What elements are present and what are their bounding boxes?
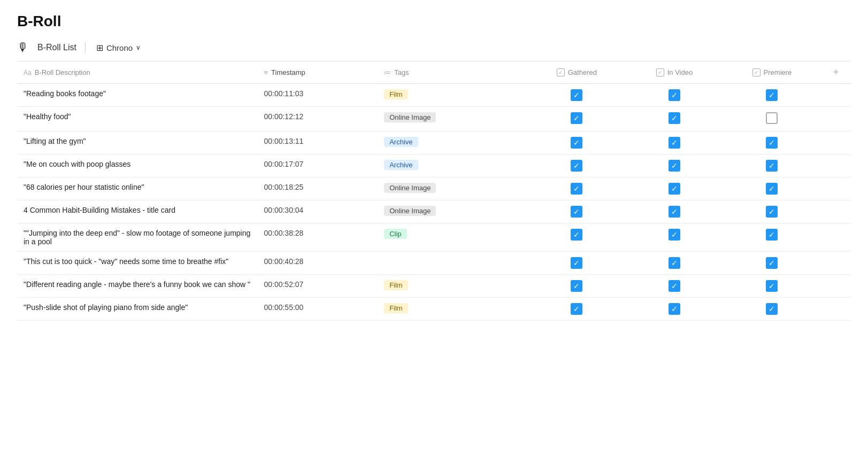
cell-add bbox=[821, 131, 851, 154]
checkbox-in-video[interactable]: ✓ bbox=[669, 206, 680, 218]
cell-premiere[interactable]: ✓ bbox=[723, 223, 821, 252]
cell-in-video[interactable]: ✓ bbox=[626, 84, 724, 107]
cell-in-video[interactable]: ✓ bbox=[626, 200, 724, 223]
checkbox-in-video[interactable]: ✓ bbox=[669, 89, 680, 101]
checkbox-in-video[interactable]: ✓ bbox=[669, 257, 680, 269]
cell-premiere[interactable]: ✓ bbox=[723, 275, 821, 298]
tag-badge[interactable]: Archive bbox=[384, 160, 418, 170]
checkbox-premiere[interactable]: ✓ bbox=[766, 280, 778, 292]
premiere-col-label: Premiere bbox=[764, 68, 792, 76]
tags-col-label: Tags bbox=[394, 68, 409, 76]
cell-in-video[interactable]: ✓ bbox=[626, 252, 724, 275]
cell-in-video[interactable]: ✓ bbox=[626, 298, 724, 321]
cell-gathered[interactable]: ✓ bbox=[528, 107, 626, 131]
checkbox-gathered[interactable]: ✓ bbox=[571, 160, 582, 172]
table-row: "Push-slide shot of playing piano from s… bbox=[17, 298, 851, 321]
tag-badge[interactable]: Film bbox=[384, 89, 408, 99]
cell-gathered[interactable]: ✓ bbox=[528, 154, 626, 177]
col-header-description: Aa B-Roll Description bbox=[17, 61, 257, 84]
checkbox-premiere[interactable]: ✓ bbox=[766, 229, 778, 241]
cell-premiere[interactable]: ✓ bbox=[723, 200, 821, 223]
table-row: "Me on couch with poop glasses00:00:17:0… bbox=[17, 154, 851, 177]
checkbox-gathered[interactable]: ✓ bbox=[571, 257, 582, 269]
tag-badge[interactable]: Online Image bbox=[384, 112, 436, 122]
cell-premiere[interactable]: ✓ bbox=[723, 177, 821, 200]
cell-premiere[interactable]: ✓ bbox=[723, 252, 821, 275]
broll-table: Aa B-Roll Description ≡ Timestamp ≔ bbox=[17, 61, 851, 321]
cell-premiere[interactable]: ✓ bbox=[723, 131, 821, 154]
cell-in-video[interactable]: ✓ bbox=[626, 131, 724, 154]
cell-gathered[interactable]: ✓ bbox=[528, 223, 626, 252]
checkbox-in-video[interactable]: ✓ bbox=[669, 137, 680, 149]
cell-description: "68 calories per hour statistic online" bbox=[17, 177, 257, 200]
checkbox-gathered[interactable]: ✓ bbox=[571, 280, 582, 292]
cell-in-video[interactable]: ✓ bbox=[626, 177, 724, 200]
cell-premiere[interactable]: ✓ bbox=[723, 84, 821, 107]
cell-gathered[interactable]: ✓ bbox=[528, 84, 626, 107]
checkbox-gathered[interactable]: ✓ bbox=[571, 206, 582, 218]
checkbox-in-video[interactable]: ✓ bbox=[669, 229, 680, 241]
cell-description: "Different reading angle - maybe there's… bbox=[17, 275, 257, 298]
tag-badge[interactable]: Clip bbox=[384, 229, 406, 239]
tag-badge[interactable]: Online Image bbox=[384, 183, 436, 193]
tag-badge[interactable]: Film bbox=[384, 303, 408, 313]
cell-timestamp: 00:00:55:00 bbox=[257, 298, 378, 321]
cell-premiere[interactable]: ✓ bbox=[723, 298, 821, 321]
cell-tag: Archive bbox=[378, 131, 528, 154]
table-row: "Reading books footage"00:00:11:03Film✓✓… bbox=[17, 84, 851, 107]
checkbox-gathered[interactable]: ✓ bbox=[571, 137, 582, 149]
tag-badge[interactable]: Online Image bbox=[384, 206, 436, 216]
checkbox-premiere[interactable]: ✓ bbox=[766, 303, 778, 315]
cell-gathered[interactable]: ✓ bbox=[528, 252, 626, 275]
in-video-col-label: In Video bbox=[667, 68, 693, 76]
cell-description: "Push-slide shot of playing piano from s… bbox=[17, 298, 257, 321]
cell-in-video[interactable]: ✓ bbox=[626, 107, 724, 131]
chrono-view-button[interactable]: ⊞ Chrono ∨ bbox=[94, 42, 143, 54]
cell-add bbox=[821, 154, 851, 177]
checkbox-premiere[interactable]: ✓ bbox=[766, 160, 778, 172]
checkbox-gathered[interactable]: ✓ bbox=[571, 183, 582, 195]
tag-badge[interactable]: Archive bbox=[384, 137, 418, 147]
cell-premiere[interactable] bbox=[723, 107, 821, 131]
checkbox-in-video[interactable]: ✓ bbox=[669, 280, 680, 292]
cell-add bbox=[821, 298, 851, 321]
broll-list-label: B-Roll List bbox=[37, 43, 76, 52]
checkbox-premiere[interactable]: ✓ bbox=[766, 183, 778, 195]
checkbox-in-video[interactable]: ✓ bbox=[669, 160, 680, 172]
checkbox-gathered[interactable]: ✓ bbox=[571, 112, 582, 124]
checkbox-in-video[interactable]: ✓ bbox=[669, 303, 680, 315]
cell-timestamp: 00:00:30:04 bbox=[257, 200, 378, 223]
timestamp-col-label: Timestamp bbox=[271, 68, 305, 76]
checkbox-gathered[interactable]: ✓ bbox=[571, 89, 582, 101]
cell-add bbox=[821, 252, 851, 275]
checkbox-in-video[interactable]: ✓ bbox=[669, 183, 680, 195]
checkbox-premiere[interactable]: ✓ bbox=[766, 257, 778, 269]
checkbox-premiere[interactable]: ✓ bbox=[766, 137, 778, 149]
checkbox-premiere[interactable]: ✓ bbox=[766, 89, 778, 101]
cell-timestamp: 00:00:40:28 bbox=[257, 252, 378, 275]
cell-in-video[interactable]: ✓ bbox=[626, 223, 724, 252]
page-container: B-Roll 🎙 B-Roll List ⊞ Chrono ∨ Aa B-Rol… bbox=[0, 0, 868, 334]
cell-description: "Lifting at the gym" bbox=[17, 131, 257, 154]
cell-in-video[interactable]: ✓ bbox=[626, 275, 724, 298]
cell-gathered[interactable]: ✓ bbox=[528, 200, 626, 223]
cell-gathered[interactable]: ✓ bbox=[528, 275, 626, 298]
checkbox-gathered[interactable]: ✓ bbox=[571, 229, 582, 241]
cell-gathered[interactable]: ✓ bbox=[528, 298, 626, 321]
checkbox-premiere[interactable] bbox=[766, 112, 778, 124]
cell-description: "Reading books footage" bbox=[17, 84, 257, 107]
col-header-add: + bbox=[821, 61, 851, 84]
checkbox-premiere[interactable]: ✓ bbox=[766, 206, 778, 218]
toolbar-divider bbox=[85, 42, 86, 53]
cell-gathered[interactable]: ✓ bbox=[528, 177, 626, 200]
checkbox-in-video[interactable]: ✓ bbox=[669, 112, 680, 124]
add-column-button[interactable]: + bbox=[833, 67, 839, 78]
cell-description: "Healthy food" bbox=[17, 107, 257, 131]
tag-badge[interactable]: Film bbox=[384, 280, 408, 290]
cell-in-video[interactable]: ✓ bbox=[626, 154, 724, 177]
description-col-label: B-Roll Description bbox=[35, 68, 90, 76]
table-header-row: Aa B-Roll Description ≡ Timestamp ≔ bbox=[17, 61, 851, 84]
checkbox-gathered[interactable]: ✓ bbox=[571, 303, 582, 315]
cell-gathered[interactable]: ✓ bbox=[528, 131, 626, 154]
cell-premiere[interactable]: ✓ bbox=[723, 154, 821, 177]
